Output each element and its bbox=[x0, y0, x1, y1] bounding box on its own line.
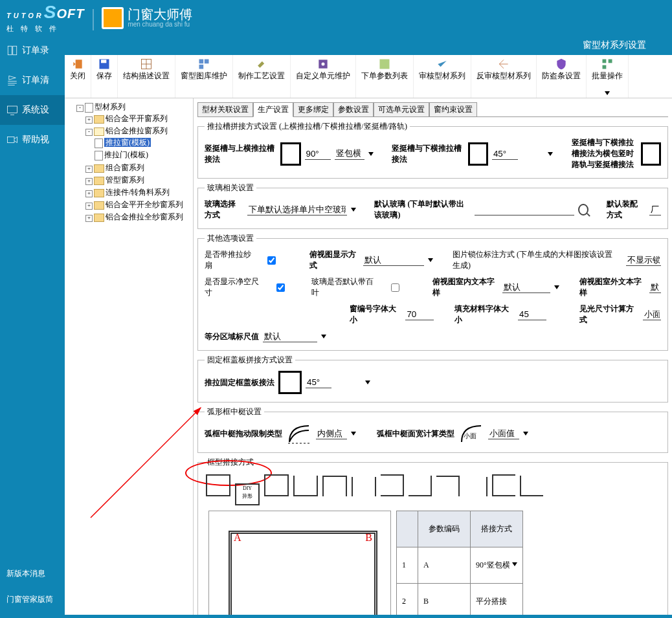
app-logo-tutorsoft: TUTORSOFT 杜 特 软 件 bbox=[6, 2, 84, 34]
product-pinyin: men chuang da shi fu bbox=[128, 21, 192, 28]
product-name: 门窗大师傅 bbox=[128, 8, 192, 21]
logo-cn: 杜 特 软 件 bbox=[6, 25, 59, 32]
product-logo: 门窗大师傅 men chuang da shi fu bbox=[102, 7, 192, 29]
logo-oft: OFT bbox=[56, 6, 84, 21]
product-icon bbox=[102, 7, 124, 29]
logo-s: S bbox=[44, 2, 57, 22]
separator: | bbox=[91, 5, 95, 31]
logo-text: TUTOR bbox=[6, 12, 44, 19]
